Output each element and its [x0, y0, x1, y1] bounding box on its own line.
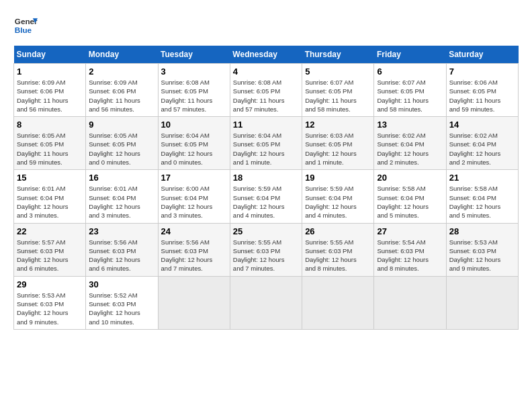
day-info: Sunrise: 6:09 AMSunset: 6:06 PMDaylight:…: [17, 78, 83, 113]
day-info: Sunrise: 6:08 AMSunset: 6:05 PMDaylight:…: [233, 78, 299, 113]
calendar-cell: 12Sunrise: 6:03 AMSunset: 6:05 PMDayligh…: [302, 117, 374, 170]
calendar-week-1: 1Sunrise: 6:09 AMSunset: 6:06 PMDaylight…: [14, 64, 519, 117]
day-number: 10: [161, 120, 227, 130]
day-number: 13: [377, 120, 443, 130]
day-number: 15: [17, 173, 83, 183]
weekday-header-wednesday: Wednesday: [230, 46, 302, 64]
day-number: 26: [305, 226, 371, 236]
calendar-cell: [302, 276, 374, 329]
calendar-cell: 10Sunrise: 6:04 AMSunset: 6:05 PMDayligh…: [158, 117, 230, 170]
day-number: 3: [161, 66, 227, 77]
day-number: 23: [89, 226, 154, 236]
calendar-cell: 29Sunrise: 5:53 AMSunset: 6:03 PMDayligh…: [14, 276, 86, 329]
day-number: 29: [17, 279, 83, 289]
day-info: Sunrise: 6:08 AMSunset: 6:05 PMDaylight:…: [161, 78, 227, 113]
day-info: Sunrise: 5:56 AMSunset: 6:03 PMDaylight:…: [89, 238, 154, 273]
day-info: Sunrise: 6:07 AMSunset: 6:05 PMDaylight:…: [377, 78, 443, 113]
day-number: 19: [305, 173, 371, 183]
calendar-cell: 5Sunrise: 6:07 AMSunset: 6:05 PMDaylight…: [302, 64, 374, 117]
day-info: Sunrise: 5:58 AMSunset: 6:04 PMDaylight:…: [377, 184, 443, 220]
calendar-cell: 6Sunrise: 6:07 AMSunset: 6:05 PMDaylight…: [374, 64, 446, 117]
weekday-header-friday: Friday: [374, 46, 446, 64]
weekday-header-thursday: Thursday: [302, 46, 374, 64]
day-number: 28: [449, 226, 515, 236]
day-number: 11: [233, 120, 299, 130]
day-number: 2: [89, 66, 154, 77]
calendar-cell: 22Sunrise: 5:57 AMSunset: 6:03 PMDayligh…: [14, 223, 86, 276]
day-number: 5: [305, 66, 371, 77]
calendar-cell: 20Sunrise: 5:58 AMSunset: 6:04 PMDayligh…: [374, 170, 446, 223]
day-info: Sunrise: 6:06 AMSunset: 6:05 PMDaylight:…: [449, 78, 515, 113]
day-number: 4: [233, 66, 299, 77]
page-header: General Blue: [13, 13, 519, 38]
calendar-cell: 11Sunrise: 6:04 AMSunset: 6:05 PMDayligh…: [230, 117, 302, 170]
day-number: 22: [17, 226, 83, 236]
day-number: 12: [305, 120, 371, 130]
day-info: Sunrise: 5:56 AMSunset: 6:03 PMDaylight:…: [161, 238, 227, 273]
calendar-cell: 14Sunrise: 6:02 AMSunset: 6:04 PMDayligh…: [446, 117, 518, 170]
calendar-cell: [374, 276, 446, 329]
day-info: Sunrise: 6:04 AMSunset: 6:05 PMDaylight:…: [161, 131, 227, 167]
svg-text:General: General: [15, 17, 38, 26]
calendar-cell: 21Sunrise: 5:58 AMSunset: 6:04 PMDayligh…: [446, 170, 518, 223]
day-info: Sunrise: 5:57 AMSunset: 6:03 PMDaylight:…: [17, 238, 83, 273]
day-info: Sunrise: 5:58 AMSunset: 6:04 PMDaylight:…: [449, 184, 515, 220]
calendar-cell: 28Sunrise: 5:53 AMSunset: 6:03 PMDayligh…: [446, 223, 518, 276]
day-info: Sunrise: 5:59 AMSunset: 6:04 PMDaylight:…: [233, 184, 299, 220]
weekday-header-saturday: Saturday: [446, 46, 518, 64]
day-info: Sunrise: 6:05 AMSunset: 6:05 PMDaylight:…: [17, 131, 83, 167]
calendar-cell: 19Sunrise: 5:59 AMSunset: 6:04 PMDayligh…: [302, 170, 374, 223]
calendar-cell: 15Sunrise: 6:01 AMSunset: 6:04 PMDayligh…: [14, 170, 86, 223]
calendar-cell: 4Sunrise: 6:08 AMSunset: 6:05 PMDaylight…: [230, 64, 302, 117]
calendar-cell: [158, 276, 230, 329]
calendar-cell: 23Sunrise: 5:56 AMSunset: 6:03 PMDayligh…: [86, 223, 158, 276]
calendar-week-3: 15Sunrise: 6:01 AMSunset: 6:04 PMDayligh…: [14, 170, 519, 223]
day-info: Sunrise: 6:04 AMSunset: 6:05 PMDaylight:…: [233, 131, 299, 167]
day-info: Sunrise: 5:55 AMSunset: 6:03 PMDaylight:…: [233, 238, 299, 273]
calendar-cell: 16Sunrise: 6:01 AMSunset: 6:04 PMDayligh…: [86, 170, 158, 223]
day-number: 16: [89, 173, 154, 183]
day-number: 1: [17, 66, 83, 77]
day-info: Sunrise: 6:01 AMSunset: 6:04 PMDaylight:…: [89, 184, 154, 220]
day-info: Sunrise: 6:01 AMSunset: 6:04 PMDaylight:…: [17, 184, 83, 220]
day-info: Sunrise: 6:00 AMSunset: 6:04 PMDaylight:…: [161, 184, 227, 220]
day-info: Sunrise: 6:03 AMSunset: 6:05 PMDaylight:…: [305, 131, 371, 167]
day-number: 9: [89, 120, 154, 130]
calendar-cell: 1Sunrise: 6:09 AMSunset: 6:06 PMDaylight…: [14, 64, 86, 117]
day-number: 18: [233, 173, 299, 183]
weekday-header-monday: Monday: [86, 46, 158, 64]
calendar-cell: 17Sunrise: 6:00 AMSunset: 6:04 PMDayligh…: [158, 170, 230, 223]
calendar-week-2: 8Sunrise: 6:05 AMSunset: 6:05 PMDaylight…: [14, 117, 519, 170]
day-info: Sunrise: 5:59 AMSunset: 6:04 PMDaylight:…: [305, 184, 371, 220]
day-info: Sunrise: 6:02 AMSunset: 6:04 PMDaylight:…: [377, 131, 443, 167]
logo-icon: General Blue: [13, 13, 38, 38]
weekday-header-sunday: Sunday: [14, 46, 86, 64]
day-number: 24: [161, 226, 227, 236]
calendar-cell: 24Sunrise: 5:56 AMSunset: 6:03 PMDayligh…: [158, 223, 230, 276]
calendar-cell: [446, 276, 518, 329]
day-number: 27: [377, 226, 443, 236]
calendar-cell: [230, 276, 302, 329]
weekday-header-row: SundayMondayTuesdayWednesdayThursdayFrid…: [14, 46, 519, 64]
day-info: Sunrise: 5:52 AMSunset: 6:03 PMDaylight:…: [89, 291, 154, 326]
day-number: 21: [449, 173, 515, 183]
day-info: Sunrise: 5:53 AMSunset: 6:03 PMDaylight:…: [449, 238, 515, 273]
day-number: 7: [449, 66, 515, 77]
weekday-header-tuesday: Tuesday: [158, 46, 230, 64]
calendar-cell: 13Sunrise: 6:02 AMSunset: 6:04 PMDayligh…: [374, 117, 446, 170]
day-info: Sunrise: 5:54 AMSunset: 6:03 PMDaylight:…: [377, 238, 443, 273]
calendar-cell: 27Sunrise: 5:54 AMSunset: 6:03 PMDayligh…: [374, 223, 446, 276]
svg-text:Blue: Blue: [15, 26, 32, 34]
calendar-cell: 30Sunrise: 5:52 AMSunset: 6:03 PMDayligh…: [86, 276, 158, 329]
day-number: 14: [449, 120, 515, 130]
day-number: 17: [161, 173, 227, 183]
day-number: 6: [377, 66, 443, 77]
day-info: Sunrise: 6:05 AMSunset: 6:05 PMDaylight:…: [89, 131, 154, 167]
calendar-cell: 2Sunrise: 6:09 AMSunset: 6:06 PMDaylight…: [86, 64, 158, 117]
calendar-cell: 18Sunrise: 5:59 AMSunset: 6:04 PMDayligh…: [230, 170, 302, 223]
calendar-body: 1Sunrise: 6:09 AMSunset: 6:06 PMDaylight…: [14, 64, 519, 330]
calendar-cell: 3Sunrise: 6:08 AMSunset: 6:05 PMDaylight…: [158, 64, 230, 117]
calendar-cell: 25Sunrise: 5:55 AMSunset: 6:03 PMDayligh…: [230, 223, 302, 276]
day-info: Sunrise: 6:02 AMSunset: 6:04 PMDaylight:…: [449, 131, 515, 167]
calendar-week-4: 22Sunrise: 5:57 AMSunset: 6:03 PMDayligh…: [14, 223, 519, 276]
